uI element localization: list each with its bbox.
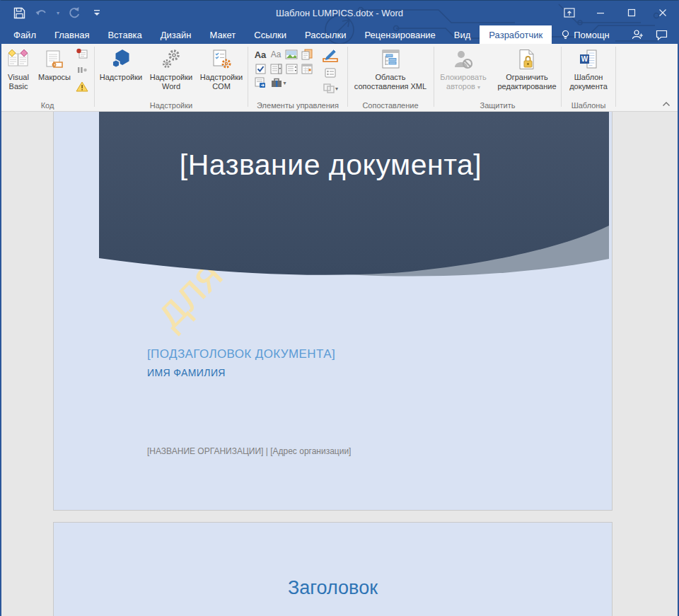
group-label-code: Код [1, 101, 93, 110]
tab-references[interactable]: Ссылки [245, 25, 296, 44]
plain-text-control-button[interactable]: Aa [268, 47, 284, 62]
restrict-editing-button[interactable]: Ограничить редактирование [494, 44, 560, 100]
document-title-placeholder[interactable]: [Название документа] [99, 149, 609, 182]
repeating-section-control-button[interactable] [253, 76, 268, 90]
tab-file[interactable]: Файл [4, 25, 45, 44]
visual-basic-icon [6, 49, 30, 70]
redo-button[interactable] [66, 5, 82, 21]
tab-review[interactable]: Рецензирование [355, 25, 444, 44]
close-button[interactable] [652, 2, 673, 23]
group-separator [434, 47, 434, 107]
properties-icon [325, 68, 336, 78]
group-label-protect: Защитить [435, 101, 560, 110]
undo-icon [35, 7, 49, 18]
dropdown-list-icon [286, 64, 298, 74]
ribbon-group-code: Visual Basic Макросы [1, 44, 93, 111]
gears-icon [161, 49, 182, 70]
maximize-icon [627, 8, 636, 17]
com-addins-button[interactable]: Надстройки COM [197, 44, 246, 100]
tab-mailings[interactable]: Рассылки [296, 25, 355, 44]
group-separator [248, 47, 248, 107]
group-objects-icon [323, 83, 335, 94]
maximize-button[interactable] [621, 2, 642, 23]
tab-help[interactable]: Помощн [552, 25, 619, 44]
customize-qat-button[interactable] [89, 5, 105, 21]
group-label-mapping: Сопоставление [349, 101, 432, 110]
tab-view[interactable]: Вид [445, 25, 480, 44]
redo-icon [68, 6, 81, 19]
close-icon [658, 8, 667, 17]
document-template-button[interactable]: W Шаблон документа [563, 44, 614, 100]
building-block-control-button[interactable] [299, 47, 315, 62]
collapse-ribbon-icon [662, 101, 671, 107]
group-separator [615, 47, 616, 107]
save-button[interactable] [11, 5, 27, 21]
date-picker-control-button[interactable] [299, 62, 315, 76]
tab-home[interactable]: Главная [45, 25, 98, 44]
block-authors-button[interactable]: Блокировать авторов ▾ [435, 44, 492, 100]
undo-caret-icon[interactable]: ▾ [57, 10, 59, 16]
document-subtitle-placeholder[interactable]: [ПОДЗАГОЛОВОК ДОКУМЕНТА] [147, 347, 335, 361]
document-heading-placeholder[interactable]: Заголовок [54, 577, 612, 599]
restrict-editing-icon [517, 49, 537, 70]
pause-recording-icon [76, 66, 88, 74]
document-page-2[interactable]: Заголовок [53, 522, 613, 616]
collapse-ribbon-button[interactable] [662, 101, 671, 107]
design-mode-button[interactable] [321, 47, 340, 64]
tab-insert[interactable]: Вставка [98, 25, 151, 44]
undo-button[interactable] [34, 5, 50, 21]
record-macro-button[interactable] [75, 47, 89, 60]
tab-design[interactable]: Дизайн [151, 25, 201, 44]
xml-mapping-icon [380, 49, 401, 70]
share-button[interactable] [625, 25, 649, 44]
lightbulb-icon [561, 30, 570, 40]
person-add-icon [631, 29, 644, 40]
ribbon-group-templates: W Шаблон документа Шаблоны [562, 44, 615, 111]
legacy-tools-button[interactable]: ▾ [268, 76, 289, 90]
macro-security-button[interactable] [75, 80, 89, 93]
word-addins-button[interactable]: Надстройки Word [146, 44, 196, 100]
document-organization-placeholder[interactable]: [НАЗВАНИЕ ОРГАНИЗАЦИИ] | [Адрес организа… [147, 446, 351, 456]
group-label-addins: Надстройки [96, 101, 246, 110]
document-author-placeholder[interactable]: ИМЯ ФАМИЛИЯ [147, 367, 226, 378]
customize-qat-icon [93, 9, 100, 16]
window-controls [559, 0, 673, 25]
ribbon-tabs: Файл Главная Вставка Дизайн Макет Ссылки… [0, 25, 679, 44]
minimize-button[interactable] [590, 2, 611, 23]
visual-basic-button[interactable]: Visual Basic [1, 44, 35, 100]
building-block-icon [301, 49, 313, 60]
quick-access-toolbar: ▾ [0, 5, 105, 21]
comments-button[interactable] [649, 25, 673, 44]
tab-layout[interactable]: Макет [200, 25, 245, 44]
addins-button[interactable]: Надстройки [96, 44, 146, 100]
design-mode-icon [322, 47, 339, 63]
ribbon-group-controls: Aa Aa [249, 44, 347, 111]
addins-cube-icon [110, 49, 132, 70]
checkbox-icon [255, 64, 266, 74]
svg-text:W: W [581, 55, 588, 63]
checkbox-control-button[interactable] [253, 62, 268, 76]
properties-button[interactable] [323, 66, 337, 79]
rich-text-control-button[interactable]: Aa [253, 47, 268, 62]
pause-recording-button[interactable] [75, 64, 89, 76]
picture-control-button[interactable] [284, 47, 299, 62]
document-workspace[interactable]: для [Название документа] [ПОДЗАГОЛОВОК Д… [0, 112, 679, 616]
dropdown-list-control-button[interactable] [284, 62, 299, 76]
ribbon-group-protect: Блокировать авторов ▾ Ограничить редакти… [435, 44, 560, 111]
record-macro-icon [76, 48, 88, 59]
combo-box-icon [270, 64, 282, 74]
xml-mapping-pane-button[interactable]: Область сопоставления XML [349, 44, 431, 100]
group-controls-button[interactable]: ▾ [320, 82, 341, 95]
minimize-icon [596, 8, 605, 17]
macros-button[interactable]: Макросы [35, 44, 74, 100]
document-template-icon: W [578, 49, 599, 70]
combo-box-control-button[interactable] [268, 62, 284, 76]
group-separator [347, 47, 348, 107]
titlebar: ▾ Шаблон LUMPICS.dotx - Word [0, 0, 679, 44]
tab-developer[interactable]: Разработчик [480, 25, 552, 44]
group-label-templates: Шаблоны [562, 101, 615, 110]
comment-icon [656, 30, 668, 40]
document-page-1[interactable]: для [Название документа] [ПОДЗАГОЛОВОК Д… [53, 112, 613, 511]
ribbon-display-options-button[interactable] [559, 2, 580, 23]
group-separator [561, 47, 562, 107]
